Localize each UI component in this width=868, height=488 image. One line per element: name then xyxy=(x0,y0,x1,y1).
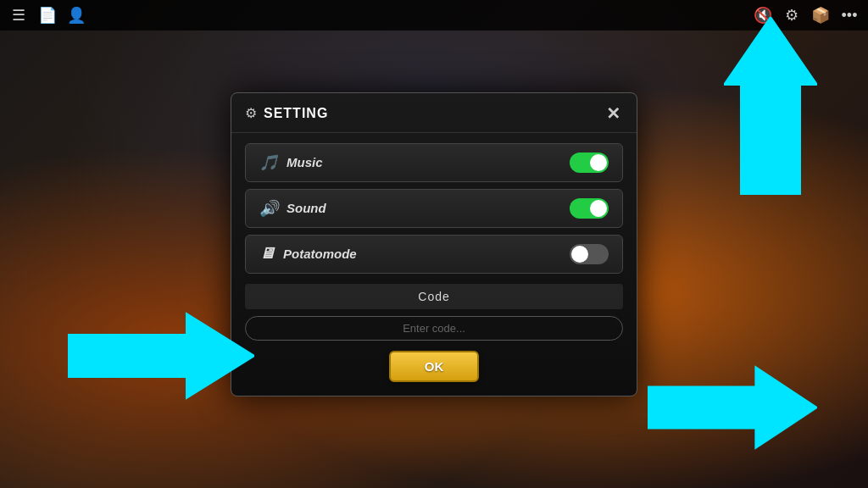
music-label: 🎵 Music xyxy=(259,153,323,172)
modal-header: ⚙ SETTING ✕ xyxy=(231,93,637,133)
close-button[interactable]: ✕ xyxy=(603,103,623,124)
sound-label-text: Sound xyxy=(287,201,326,215)
code-section: Code xyxy=(245,284,623,309)
settings-body: 🎵 Music 🔊 Sound 🖥 xyxy=(231,133,637,284)
potato-toggle[interactable] xyxy=(570,244,609,264)
music-toggle-knob xyxy=(590,154,607,171)
potato-setting-row: 🖥 Potatomode xyxy=(245,235,623,274)
modal-title-row: ⚙ SETTING xyxy=(245,105,328,121)
sound-toggle-knob xyxy=(590,200,607,217)
sound-setting-row: 🔊 Sound xyxy=(245,189,623,228)
music-toggle[interactable] xyxy=(570,152,609,173)
code-label: Code xyxy=(418,290,449,303)
modal-title: SETTING xyxy=(264,106,328,121)
gear-icon: ⚙ xyxy=(245,105,257,121)
ok-button[interactable]: OK xyxy=(389,351,480,382)
potato-label-text: Potatomode xyxy=(283,247,357,261)
modal-overlay: ⚙ SETTING ✕ 🎵 Music 🔊 Sound xyxy=(0,0,868,488)
potato-toggle-knob xyxy=(571,246,588,263)
sound-label: 🔊 Sound xyxy=(259,199,326,218)
music-label-text: Music xyxy=(287,155,323,169)
potato-icon: 🖥 xyxy=(259,245,275,263)
code-input[interactable] xyxy=(245,316,623,341)
music-setting-row: 🎵 Music xyxy=(245,143,623,182)
settings-modal: ⚙ SETTING ✕ 🎵 Music 🔊 Sound xyxy=(231,92,637,396)
sound-toggle[interactable] xyxy=(570,198,609,219)
code-input-row xyxy=(231,309,637,344)
ok-btn-row: OK xyxy=(231,344,637,396)
potato-label: 🖥 Potatomode xyxy=(259,245,357,263)
sound-icon: 🔊 xyxy=(259,199,278,218)
music-icon: 🎵 xyxy=(259,153,278,172)
